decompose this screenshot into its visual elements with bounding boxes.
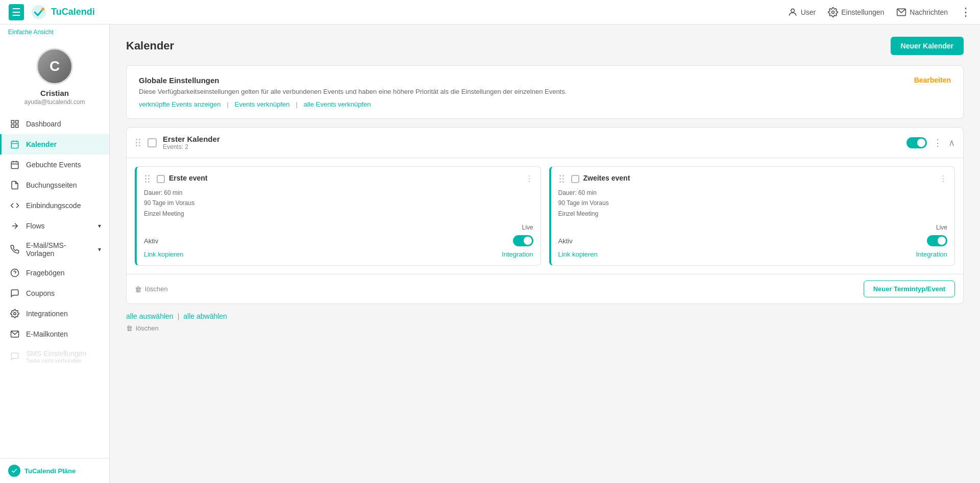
- event-1-links: Link kopieren Integration: [144, 250, 533, 258]
- calendar-toggle[interactable]: [906, 137, 927, 148]
- einbindungscode-icon: [10, 200, 20, 211]
- svg-point-1: [41, 8, 44, 11]
- event-2-toggle-row: Aktiv: [558, 235, 948, 246]
- event-1-toggle-thumb: [524, 237, 532, 245]
- sidebar-footer: TuCalendi Pläne: [0, 458, 109, 483]
- sidebar-label-einbindungscode: Einbindungscode: [26, 201, 81, 210]
- sidebar-item-einbindungscode[interactable]: Einbindungscode: [0, 195, 109, 216]
- sidebar-item-buchungsseiten[interactable]: Buchungsseiten: [0, 175, 109, 195]
- svg-rect-7: [11, 125, 14, 128]
- event-2-links: Link kopieren Integration: [558, 250, 948, 258]
- kalender-card: Erster Kalender Events: 2 ⋮ ∧: [126, 127, 964, 304]
- more-options-btn[interactable]: ⋮: [960, 6, 972, 19]
- event-1-toggle-row: Aktiv: [144, 235, 533, 246]
- event-2-checkbox[interactable]: [571, 175, 579, 183]
- simple-view-link[interactable]: Einfache Ansicht: [0, 24, 109, 40]
- sidebar-label-coupons: Coupons: [26, 289, 55, 297]
- event-2-integration[interactable]: Integration: [916, 250, 947, 258]
- avatar: C: [36, 48, 73, 85]
- svg-point-2: [791, 9, 794, 12]
- calendar-card-footer: 🗑 löschen Neuer Termintyp/Event: [127, 274, 963, 303]
- svg-rect-9: [11, 141, 18, 148]
- event-2-aktiv-label: Aktiv: [558, 237, 573, 245]
- sidebar-item-flows[interactable]: Flows ▾: [0, 216, 109, 236]
- top-navigation: ☰ TuCalendi User Einstellungen Nachricht…: [0, 0, 980, 24]
- calendar-delete-btn[interactable]: 🗑 löschen: [135, 285, 168, 293]
- coupons-icon: [10, 288, 20, 298]
- event-card-2-header: Zweites event ⋮: [558, 174, 948, 184]
- email-sms-vorlagen-icon: [10, 244, 20, 255]
- tucalendi-plaene-btn[interactable]: TuCalendi Pläne: [8, 465, 101, 477]
- events-grid: Erste event ⋮ Dauer: 60 min 90 Tage im V…: [127, 158, 963, 274]
- calendar-collapse-icon[interactable]: ∧: [948, 137, 955, 148]
- page-header: Kalender Neuer Kalender: [126, 37, 964, 55]
- event-1-link-kopieren[interactable]: Link kopieren: [144, 250, 183, 258]
- deselect-all-link[interactable]: alle abwählen: [183, 312, 227, 320]
- footer-circle-icon: [8, 465, 20, 477]
- svg-point-19: [14, 313, 16, 315]
- settings-btn[interactable]: Einstellungen: [828, 7, 884, 17]
- mail-icon: [896, 7, 906, 17]
- logo-text: TuCalendi: [51, 7, 788, 17]
- calendar-more-icon[interactable]: ⋮: [931, 136, 944, 149]
- sidebar-label-kalender: Kalender: [26, 140, 57, 148]
- event-card-2: Zweites event ⋮ Dauer: 60 min 90 Tage im…: [549, 166, 955, 266]
- svg-rect-8: [16, 125, 18, 128]
- sidebar-item-kalender[interactable]: Kalender: [0, 134, 109, 155]
- event-1-aktiv-label: Aktiv: [144, 237, 158, 245]
- dashboard-icon: [10, 119, 20, 129]
- global-settings-card: Globale Einstellungen Diese Verfügbarkei…: [126, 65, 964, 119]
- event-1-name: Erste event: [169, 174, 521, 182]
- calendar-name-area: Erster Kalender Events: 2: [163, 135, 220, 150]
- sidebar-item-emailkonten[interactable]: E-Mailkonten: [0, 324, 109, 344]
- sidebar-label-sms-einstellungen: SMS Einstellungen Twilio nicht verbunden: [26, 349, 86, 364]
- sidebar: Einfache Ansicht C Cristian ayuda@tucale…: [0, 24, 110, 483]
- select-all-link[interactable]: alle auswählen: [126, 312, 174, 320]
- sidebar-label-email-sms-vorlagen: E-Mail/SMS-Vorlagen: [26, 241, 92, 258]
- event-1-integration[interactable]: Integration: [502, 250, 533, 258]
- sidebar-label-integrationen: Integrationen: [26, 310, 68, 318]
- sidebar-item-email-sms-vorlagen[interactable]: E-Mail/SMS-Vorlagen ▾: [0, 236, 109, 263]
- event-drag-handle-icon: [144, 174, 151, 184]
- sidebar-item-fragebögen[interactable]: Fragebögen: [0, 263, 109, 283]
- user-name: Cristian: [40, 89, 69, 97]
- link-events-link[interactable]: Events verknüpfen: [235, 100, 290, 108]
- new-calendar-btn[interactable]: Neuer Kalender: [891, 37, 964, 55]
- global-settings-links: verknüpfte Events anzeigen | Events verk…: [139, 100, 567, 108]
- event-2-details: Dauer: 60 min 90 Tage im Voraus Einzel M…: [558, 188, 948, 219]
- link-all-events-link[interactable]: alle Events verknüpfen: [304, 100, 371, 108]
- hamburger-menu[interactable]: ☰: [8, 4, 24, 20]
- show-linked-events-link[interactable]: verknüpfte Events anzeigen: [139, 100, 220, 108]
- event-1-checkbox[interactable]: [157, 175, 165, 183]
- event-card-1-header: Erste event ⋮: [144, 174, 533, 184]
- trash-icon: 🗑: [135, 285, 142, 293]
- event-1-toggle[interactable]: [513, 235, 533, 246]
- gebuchte-events-icon: [10, 160, 20, 170]
- emailkonten-icon: [10, 329, 20, 339]
- event-2-live-label: Live: [558, 224, 948, 231]
- fragebögen-icon: [10, 268, 20, 278]
- event-2-toggle[interactable]: [927, 235, 947, 246]
- sidebar-item-dashboard[interactable]: Dashboard: [0, 114, 109, 134]
- event-2-link-kopieren[interactable]: Link kopieren: [558, 250, 598, 258]
- sidebar-item-integrationen[interactable]: Integrationen: [0, 303, 109, 324]
- main-content: Kalender Neuer Kalender Globale Einstell…: [110, 24, 980, 483]
- sidebar-item-gebuchte-events[interactable]: Gebuchte Events: [0, 155, 109, 175]
- event-1-more-icon[interactable]: ⋮: [525, 174, 533, 184]
- sidebar-label-dashboard: Dashboard: [26, 120, 61, 128]
- event-2-name: Zweites event: [583, 174, 936, 182]
- messages-btn[interactable]: Nachrichten: [896, 7, 948, 17]
- event-2-more-icon[interactable]: ⋮: [939, 174, 947, 184]
- event-1-aktiv-row: Live: [144, 224, 533, 231]
- sidebar-item-coupons[interactable]: Coupons: [0, 283, 109, 303]
- calendar-card-header: Erster Kalender Events: 2 ⋮ ∧: [127, 128, 963, 158]
- sidebar-label-flows: Flows: [26, 222, 45, 230]
- user-menu-btn[interactable]: User: [788, 7, 816, 17]
- event-card-1: Erste event ⋮ Dauer: 60 min 90 Tage im V…: [135, 166, 541, 266]
- bottom-delete-btn[interactable]: 🗑 löschen: [126, 324, 964, 332]
- edit-global-settings-btn[interactable]: Bearbeiten: [914, 76, 951, 84]
- new-event-btn[interactable]: Neuer Termintyp/Event: [864, 281, 955, 297]
- sidebar-item-sms-einstellungen[interactable]: SMS Einstellungen Twilio nicht verbunden: [0, 344, 109, 369]
- calendar-checkbox[interactable]: [148, 138, 157, 147]
- integrationen-icon: [10, 309, 20, 319]
